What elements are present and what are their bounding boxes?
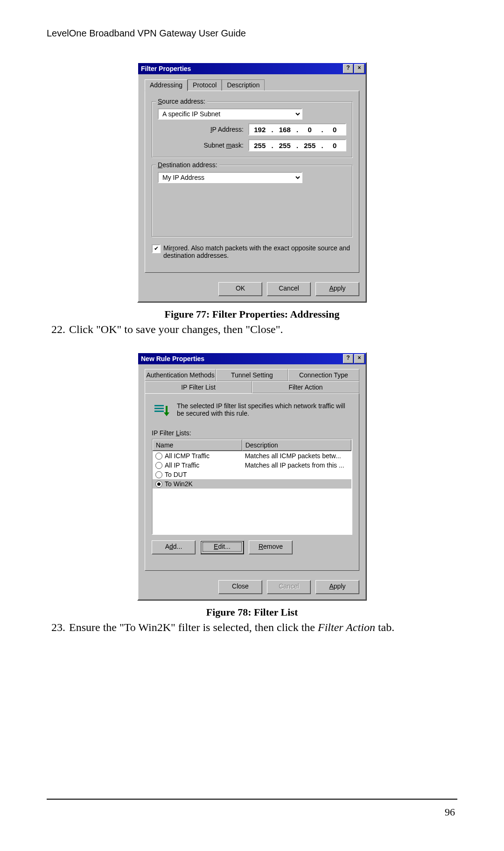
mirrored-label: Mirrored. Also match packets with the ex… [163, 244, 352, 259]
svg-rect-1 [154, 408, 164, 409]
subnet-mask-label: Subnet mask: [178, 142, 244, 149]
radio-icon[interactable] [155, 481, 162, 488]
tab-protocol[interactable]: Protocol [188, 79, 222, 91]
tab-ip-filter-list[interactable]: IP Filter List [145, 381, 252, 393]
tab-filter-action[interactable]: Filter Action [252, 381, 359, 393]
svg-rect-2 [154, 411, 164, 412]
mirrored-checkbox-row[interactable]: ✔ Mirrored. Also match packets with the … [152, 244, 352, 259]
apply-button[interactable]: Apply [315, 282, 359, 296]
filter-lists-label: IP Filter Lists: [152, 429, 352, 437]
close-icon[interactable]: × [354, 354, 364, 363]
remove-button[interactable]: Remove [249, 540, 293, 554]
table-row[interactable]: All ICMP Traffic Matches all ICMP packet… [153, 451, 351, 461]
source-legend: Source address: [156, 98, 207, 105]
help-icon[interactable]: ? [343, 354, 353, 363]
close-button[interactable]: Close [218, 580, 262, 594]
footer-rule [47, 799, 457, 800]
tab-connection-type[interactable]: Connection Type [288, 369, 359, 381]
col-description[interactable]: Description [242, 440, 351, 451]
step-22: 22. Click "OK" to save your changes, the… [47, 323, 457, 336]
doc-header: LevelOne Broadband VPN Gateway User Guid… [47, 28, 457, 39]
radio-icon[interactable] [155, 453, 162, 460]
tab-addressing[interactable]: Addressing [145, 79, 188, 91]
table-header: Name Description [153, 440, 351, 451]
new-rule-properties-dialog: New Rule Properties ? × Authentication M… [137, 352, 367, 601]
help-icon[interactable]: ? [343, 64, 353, 73]
destination-address-group: Destination address: My IP Address [152, 165, 352, 237]
dialog-title: Filter Properties [141, 65, 191, 72]
figure78-caption: Figure 78: Filter List [47, 606, 457, 618]
tab-description[interactable]: Description [222, 79, 265, 91]
destination-legend: Destination address: [156, 161, 219, 169]
svg-rect-0 [154, 405, 164, 406]
tab-tunnel-setting[interactable]: Tunnel Setting [216, 369, 287, 381]
cancel-button: Cancel [267, 580, 311, 594]
source-address-group: Source address: A specific IP Subnet IP … [152, 101, 352, 157]
table-row[interactable]: To DUT [153, 470, 351, 479]
filter-lists-table[interactable]: Name Description All ICMP Traffic Matche… [152, 439, 352, 535]
subnet-mask-input[interactable]: 255. 255. 255. 0 [248, 139, 346, 151]
dialog-title: New Rule Properties [141, 355, 204, 362]
edit-button[interactable]: Edit... [200, 540, 244, 554]
apply-button[interactable]: Apply [315, 580, 359, 594]
step-23: 23. Ensure the "To Win2K" filter is sele… [47, 621, 457, 634]
ip-address-input[interactable]: 192. 168. 0. 0 [248, 123, 346, 135]
col-name[interactable]: Name [153, 440, 242, 451]
add-button[interactable]: Add... [152, 540, 196, 554]
destination-address-select[interactable]: My IP Address [158, 172, 302, 183]
table-row[interactable]: All IP Traffic Matches all IP packets fr… [153, 461, 351, 470]
mirrored-checkbox[interactable]: ✔ [152, 244, 161, 253]
ok-button[interactable]: OK [218, 282, 262, 296]
titlebar: Filter Properties ? × [138, 63, 366, 74]
titlebar: New Rule Properties ? × [138, 353, 366, 364]
page-number: 96 [445, 806, 455, 818]
close-icon[interactable]: × [354, 64, 364, 73]
tab-authentication-methods[interactable]: Authentication Methods [145, 369, 216, 381]
filter-properties-dialog: Filter Properties ? × Addressing Protoco… [137, 62, 367, 303]
radio-icon[interactable] [155, 471, 162, 478]
table-row[interactable]: To Win2K [153, 479, 351, 489]
source-address-select[interactable]: A specific IP Subnet [158, 108, 302, 120]
cancel-button[interactable]: Cancel [267, 282, 311, 296]
ip-address-label: IP Address: [178, 126, 244, 133]
filter-list-icon [152, 402, 170, 421]
radio-icon[interactable] [155, 462, 162, 469]
figure77-caption: Figure 77: Filter Properties: Addressing [47, 308, 457, 320]
filter-list-description: The selected IP filter list specifies wh… [177, 402, 352, 417]
